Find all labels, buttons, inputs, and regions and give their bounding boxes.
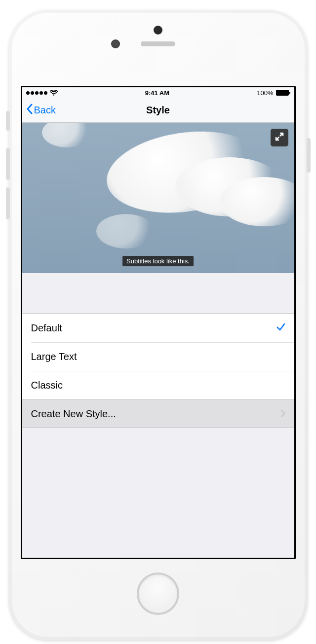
wifi-icon — [50, 90, 58, 96]
volume-up-button[interactable] — [6, 148, 10, 180]
checkmark-icon — [276, 322, 285, 334]
home-button-area — [21, 559, 296, 628]
style-option-default[interactable]: Default — [22, 314, 294, 342]
subtitle-preview: Subtitles look like this. — [22, 123, 294, 273]
style-option-label: Large Text — [31, 351, 77, 362]
section-gap — [22, 273, 294, 314]
style-option-label: Default — [31, 322, 62, 334]
status-right: 100% — [257, 89, 290, 97]
front-camera — [111, 39, 120, 48]
earpiece-speaker — [141, 41, 175, 46]
style-list: Default Large Text Classic Create New St… — [22, 314, 294, 428]
expand-icon — [275, 132, 284, 143]
cloud-graphic — [42, 123, 91, 147]
sensor-cluster — [21, 22, 296, 86]
create-new-style-button[interactable]: Create New Style... — [22, 399, 294, 428]
signal-strength-icon — [26, 91, 47, 95]
cloud-graphic — [96, 214, 156, 249]
proximity-sensor — [154, 26, 162, 35]
nav-bar: Back Style — [22, 98, 294, 123]
device-frame: 9:41 AM 100% Back Style — [9, 10, 308, 640]
volume-down-button[interactable] — [6, 187, 10, 219]
create-new-style-label: Create New Style... — [31, 408, 116, 420]
home-button[interactable] — [137, 572, 179, 615]
back-button[interactable]: Back — [26, 104, 56, 117]
page-title: Style — [146, 105, 170, 116]
status-bar: 9:41 AM 100% — [22, 87, 294, 98]
chevron-left-icon — [26, 104, 33, 117]
device-inner: 9:41 AM 100% Back Style — [12, 13, 305, 637]
subtitle-sample-text: Subtitles look like this. — [122, 256, 194, 266]
back-label: Back — [34, 105, 56, 116]
status-left — [26, 90, 58, 96]
style-option-classic[interactable]: Classic — [22, 371, 294, 399]
expand-preview-button[interactable] — [271, 129, 288, 146]
battery-percentage: 100% — [257, 89, 273, 97]
style-option-label: Classic — [31, 380, 63, 391]
content-background — [22, 428, 294, 558]
svg-point-0 — [53, 94, 54, 95]
power-button[interactable] — [307, 138, 311, 173]
style-option-large-text[interactable]: Large Text — [22, 342, 294, 371]
screen: 9:41 AM 100% Back Style — [21, 86, 296, 559]
battery-icon — [276, 90, 290, 96]
chevron-right-icon — [281, 408, 285, 420]
mute-switch[interactable] — [6, 111, 10, 131]
status-time: 9:41 AM — [145, 89, 169, 97]
